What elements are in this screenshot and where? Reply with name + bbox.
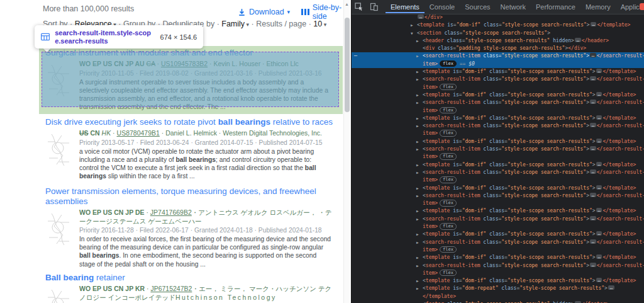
flex-badge[interactable]: flex <box>440 246 457 253</box>
collapsed-content-ellipsis[interactable]: … <box>596 92 602 96</box>
dom-node[interactable]: ▶<template is="dom-if" class="style-scop… <box>352 91 644 99</box>
patent-thumbnail[interactable] <box>43 129 79 180</box>
side-by-side-button[interactable]: Side-by-side <box>301 3 343 21</box>
expand-arrow-icon[interactable]: ▶ <box>416 192 419 200</box>
tab-sources[interactable]: Sources <box>460 1 495 13</box>
flex-badge[interactable]: flex <box>440 84 457 91</box>
collapsed-content-ellipsis[interactable]: … <box>590 263 596 267</box>
collapsed-content-ellipsis[interactable]: … <box>596 185 602 190</box>
dom-node[interactable]: ▶<search-result-item class="style-scope … <box>352 122 644 138</box>
patent-number-link[interactable]: US8780479B1 <box>117 129 160 137</box>
collapsed-content-ellipsis[interactable]: … <box>590 216 596 220</box>
expand-arrow-icon[interactable]: ▶ <box>416 122 419 130</box>
collapsed-content-ellipsis[interactable]: … <box>591 22 597 26</box>
expand-arrow-icon[interactable]: ▶ <box>416 68 419 76</box>
error-badge[interactable] <box>640 3 644 10</box>
dom-node[interactable]: ▶<footer class="style-scope search-resul… <box>352 300 644 303</box>
expand-arrow-icon[interactable]: ▶ <box>416 52 419 60</box>
tab-performance[interactable]: Performance <box>531 1 580 13</box>
expand-arrow-icon[interactable]: ▶ <box>416 215 419 223</box>
tab-network[interactable]: Network <box>496 1 531 13</box>
dom-node[interactable]: ▶<search-result-item class="style-scope … <box>352 262 644 278</box>
dom-node[interactable]: ▶<template is="dom-if" class="style-scop… <box>352 254 644 261</box>
scrollbar-up-arrow[interactable]: ▲ <box>345 2 349 6</box>
dom-node[interactable]: ▶<template is="dom-if" class="style-scop… <box>352 207 644 215</box>
collapsed-content-ellipsis[interactable]: … <box>596 278 602 282</box>
collapsed-content-ellipsis[interactable]: … <box>596 69 602 73</box>
expand-arrow-icon[interactable]: ▶ <box>416 285 419 292</box>
download-button[interactable]: Download ▾ <box>238 8 290 16</box>
dom-node[interactable]: ▶<header class="style-scope search-resul… <box>352 37 644 45</box>
collapsed-content-ellipsis[interactable]: … <box>590 146 596 151</box>
toolbar-dropdown-value[interactable]: Family <box>221 20 245 28</box>
flex-badge[interactable]: flex <box>440 200 457 207</box>
expand-arrow-icon[interactable]: ▶ <box>416 185 419 192</box>
flex-badge[interactable]: flex <box>440 223 457 230</box>
expand-arrow-icon[interactable]: ▶ <box>416 169 419 176</box>
expand-arrow-icon[interactable]: ▶ <box>416 99 419 106</box>
collapsed-content-ellipsis[interactable]: … <box>590 100 596 104</box>
collapse-arrow-icon[interactable]: ▼ <box>411 30 413 37</box>
flex-badge[interactable]: flex <box>440 107 457 114</box>
expand-arrow-icon[interactable]: ▶ <box>416 161 419 169</box>
inspect-element-button[interactable] <box>352 3 367 11</box>
expand-arrow-icon[interactable]: ▶ <box>416 262 419 270</box>
collapsed-content-ellipsis[interactable]: … <box>596 231 602 236</box>
dom-node[interactable]: ▶<search-result-item class="style-scope … <box>352 239 644 254</box>
device-toolbar-button[interactable] <box>367 3 382 11</box>
tab-memory[interactable]: Memory <box>580 1 616 13</box>
collapsed-content-ellipsis[interactable]: … <box>608 285 614 290</box>
collapsed-content-ellipsis[interactable]: … <box>418 14 424 19</box>
collapsed-content-ellipsis[interactable]: … <box>596 208 602 212</box>
result-title-link[interactable]: Ball bearing retainer <box>45 273 343 283</box>
dom-node[interactable]: ▶<search-result-item class="style-scope … <box>352 146 644 161</box>
dom-node[interactable]: ▶<search-result-item class="style-scope … <box>352 76 644 91</box>
result-title-link[interactable]: Disk drive executing jerk seeks to rotat… <box>45 117 343 127</box>
dom-node[interactable]: ▶<search-result-item class="style-scope … <box>352 99 644 115</box>
collapsed-content-ellipsis[interactable]: … <box>575 38 581 42</box>
collapsed-content-ellipsis[interactable]: … <box>596 115 602 120</box>
collapsed-content-ellipsis[interactable]: … <box>596 162 602 166</box>
expand-arrow-icon[interactable]: ▶ <box>416 254 419 261</box>
expand-arrow-icon[interactable]: ▶ <box>416 207 419 215</box>
dom-node[interactable]: ▶<template is="dom-repeat" class="style-… <box>352 285 644 300</box>
expand-arrow-icon[interactable]: ▶ <box>416 76 419 83</box>
expand-arrow-icon[interactable]: ▶ <box>411 21 413 29</box>
dom-node[interactable]: ▶<template is="dom-if" class="style-scop… <box>352 21 644 29</box>
expand-arrow-icon[interactable]: ▶ <box>416 37 419 45</box>
collapsed-content-ellipsis[interactable]: … <box>590 123 596 127</box>
dom-node-selected[interactable]: ▶⋯<search-result-item class="style-scope… <box>352 52 644 68</box>
dom-node[interactable]: ▶<template is="dom-if" class="style-scop… <box>352 231 644 238</box>
dom-node[interactable]: ▶<template is="dom-if" class="style-scop… <box>352 138 644 146</box>
flex-badge[interactable]: flex <box>440 176 457 183</box>
dom-node[interactable]: ▶<template is="dom-if" class="style-scop… <box>352 115 644 122</box>
scrollbar-thumb[interactable] <box>345 18 350 112</box>
collapsed-content-ellipsis[interactable]: … <box>590 53 596 57</box>
expand-arrow-icon[interactable]: ▶ <box>416 300 419 303</box>
dom-node[interactable]: ▶<template is="dom-if" class="style-scop… <box>352 68 644 76</box>
expand-arrow-icon[interactable]: ▶ <box>416 239 419 246</box>
expand-arrow-icon[interactable]: ▶ <box>416 138 419 146</box>
result-title-link[interactable]: Power transmission elements, torque meas… <box>45 186 343 207</box>
collapsed-content-ellipsis[interactable]: … <box>596 254 602 259</box>
collapsed-content-ellipsis[interactable]: … <box>590 239 596 244</box>
expand-arrow-icon[interactable]: ▶ <box>416 146 419 153</box>
collapsed-content-ellipsis[interactable]: … <box>590 193 596 197</box>
patent-thumbnail[interactable] <box>43 285 79 303</box>
expand-arrow-icon[interactable]: ▶ <box>416 91 419 99</box>
expand-arrow-icon[interactable]: ▶ <box>416 231 419 238</box>
dom-node[interactable]: …</div> <box>352 14 644 21</box>
expand-arrow-icon[interactable]: ▶ <box>416 277 419 285</box>
patent-number-link[interactable]: JP7417669B2 <box>150 209 192 216</box>
tab-console[interactable]: Console <box>425 1 460 13</box>
collapsed-content-ellipsis[interactable]: … <box>596 139 602 143</box>
expand-arrow-icon[interactable]: ▶ <box>416 115 419 122</box>
dom-node[interactable]: ▶<search-result-item class="style-scope … <box>352 192 644 208</box>
flex-badge[interactable]: flex <box>440 60 457 67</box>
collapsed-content-ellipsis[interactable]: … <box>590 169 596 174</box>
dom-node[interactable]: ▶<search-result-item class="style-scope … <box>352 169 644 185</box>
patent-number-link[interactable]: JP6715247B2 <box>150 285 192 292</box>
flex-badge[interactable]: flex <box>440 130 457 137</box>
dom-node[interactable]: ▼<section class="style-scope search-resu… <box>352 30 644 37</box>
flex-badge[interactable]: flex <box>440 153 457 160</box>
